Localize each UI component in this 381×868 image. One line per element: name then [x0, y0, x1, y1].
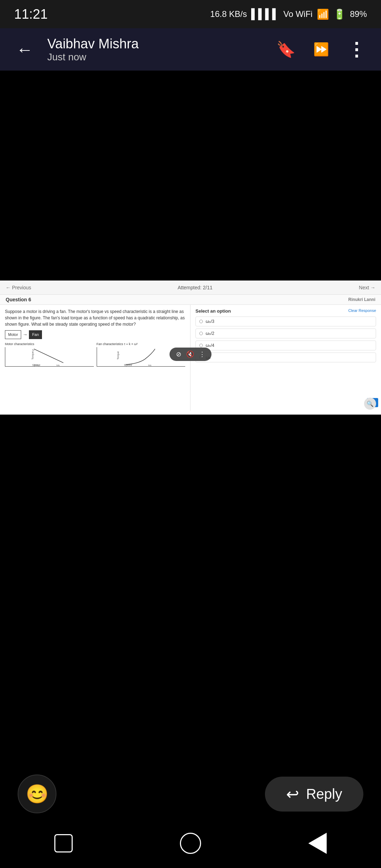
contact-name: Vaibhav Mishra — [47, 36, 263, 52]
battery-icon: 🔋 — [333, 8, 346, 20]
option-4[interactable]: ω₀ — [195, 352, 376, 362]
reply-button[interactable]: ↩ Reply — [265, 777, 363, 812]
question-text: Suppose a motor is driving a fan. The mo… — [5, 308, 185, 327]
signal-bars-icon: ▌▌▌▌ — [251, 8, 279, 20]
screenshot-topbar: ← Previous Attempted: 2/11 Next → — [0, 281, 381, 295]
svg-text:τ₀: τ₀ — [32, 348, 34, 351]
bottom-action-bar: 😊 ↩ Reply — [0, 769, 381, 819]
back-icon: ← — [16, 40, 33, 59]
recent-apps-icon — [54, 834, 73, 852]
forward-icon: ⏩ — [313, 42, 329, 57]
option-3-label: ω₀/4 — [206, 343, 214, 348]
question-author: Rinukri Lanni — [348, 297, 375, 302]
option-1[interactable]: ω₀/3 — [195, 317, 376, 326]
options-header: Select an option Clear Response — [195, 308, 376, 314]
contact-info: Vaibhav Mishra Just now — [47, 36, 263, 63]
reply-icon: ↩ — [286, 785, 299, 803]
select-option-label: Select an option — [195, 308, 231, 314]
attempt-info: Attempted: 2/11 — [177, 285, 212, 290]
radio-3[interactable] — [199, 344, 203, 347]
svg-text:Speed: Speed — [124, 363, 132, 366]
fan-box: Fan — [29, 330, 42, 339]
more-options-icon: ⋮ — [347, 39, 365, 60]
back-nav-icon — [308, 833, 327, 854]
bookmark-button[interactable]: 🔖 — [272, 35, 300, 64]
more-icon[interactable]: ⋮ — [199, 350, 205, 358]
status-bar: 11:21 16.8 KB/s ▌▌▌▌ Vo WiFi 📶 🔋 89% — [0, 0, 381, 28]
svg-text:ω₀: ω₀ — [56, 363, 60, 366]
more-options-button[interactable]: ⋮ — [342, 35, 370, 64]
radio-2[interactable] — [199, 332, 203, 335]
wifi-icon: 📶 — [317, 8, 329, 20]
option-2-label: ω₀/2 — [206, 331, 214, 336]
back-button[interactable]: ← — [11, 35, 39, 64]
fan-graph-label: Fan characteristics τ = k × ω² — [97, 342, 186, 346]
app-bar-actions: 🔖 ⏩ ⋮ — [272, 35, 370, 64]
status-time: 11:21 — [14, 7, 48, 22]
search-zoom-button[interactable]: 🔍 — [364, 398, 376, 410]
bookmark-icon: 🔖 — [276, 40, 296, 59]
motor-box: Motor — [5, 330, 21, 339]
reply-label: Reply — [306, 786, 342, 802]
svg-text:ω₀: ω₀ — [148, 363, 151, 366]
battery-percent: 89% — [350, 9, 367, 19]
prev-nav[interactable]: ← Previous — [6, 285, 31, 290]
characteristic-graphs: Motor characteristics Speed ω₀ τ₀ Torque… — [5, 342, 185, 367]
message-time: Just now — [47, 52, 263, 63]
motor-graph: Motor characteristics Speed ω₀ τ₀ Torque… — [5, 342, 94, 367]
clear-response-button[interactable]: Clear Response — [348, 308, 376, 314]
motor-fan-diagram: Motor → Fan — [5, 330, 185, 339]
motor-graph-area: Speed ω₀ τ₀ Torque 2×τ₀ — [5, 347, 94, 367]
motor-graph-label: Motor characteristics — [5, 342, 94, 346]
status-icons: 16.8 KB/s ▌▌▌▌ Vo WiFi 📶 🔋 89% — [210, 8, 367, 20]
question-left-panel: Suppose a motor is driving a fan. The mo… — [0, 305, 190, 411]
svg-line-0 — [34, 349, 63, 363]
question-right-panel: Select an option Clear Response ω₀/3 ω₀/… — [190, 305, 381, 411]
svg-text:Torque: Torque — [116, 351, 120, 360]
wifi-label: Vo WiFi — [283, 9, 313, 19]
svg-text:Torque: Torque — [31, 351, 34, 360]
navigation-bar — [0, 819, 381, 868]
media-area-bottom — [0, 415, 381, 780]
option-3[interactable]: ω₀/4 — [195, 340, 376, 350]
question-label: Question 6 — [6, 297, 31, 302]
recent-apps-button[interactable] — [46, 826, 81, 861]
radio-1[interactable] — [199, 320, 203, 323]
emoji-icon: 😊 — [26, 783, 49, 805]
search-icon: 🔍 — [367, 400, 374, 407]
shared-content: ← Previous Attempted: 2/11 Next → Questi… — [0, 281, 381, 415]
next-nav[interactable]: Next → — [359, 285, 375, 290]
volume-mute-icon[interactable]: 🔇 — [186, 350, 194, 358]
network-speed: 16.8 KB/s — [210, 9, 247, 19]
svg-text:2×τ₀: 2×τ₀ — [34, 363, 39, 366]
cursor-icon: ⊘ — [176, 350, 181, 358]
option-2[interactable]: ω₀/2 — [195, 328, 376, 338]
home-button[interactable] — [173, 826, 208, 861]
home-icon — [180, 833, 201, 854]
arrow-icon: → — [23, 331, 28, 338]
app-bar: ← Vaibhav Mishra Just now 🔖 ⏩ ⋮ — [0, 28, 381, 71]
option-1-label: ω₀/3 — [206, 319, 214, 324]
back-nav-button[interactable] — [300, 826, 335, 861]
float-control-bar[interactable]: ⊘ 🔇 ⋮ — [170, 348, 212, 361]
question-bar: Question 6 Rinukri Lanni — [0, 295, 381, 305]
media-area-top — [0, 71, 381, 281]
forward-button[interactable]: ⏩ — [307, 35, 335, 64]
emoji-button[interactable]: 😊 — [18, 774, 56, 813]
